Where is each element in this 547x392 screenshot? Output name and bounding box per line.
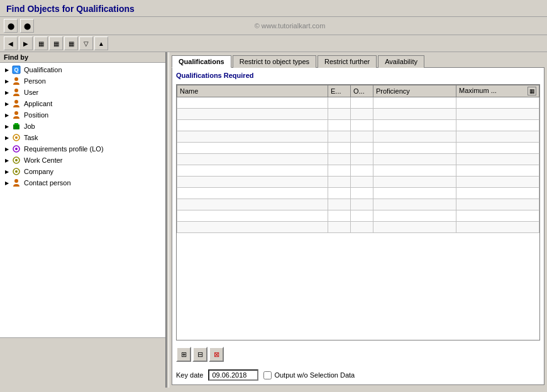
nav-back-button2[interactable]: ◀ xyxy=(4,36,18,50)
arrow-icon-task: ▶ xyxy=(5,135,9,141)
tree-item-job[interactable]: ▶Job xyxy=(0,121,165,132)
table-row xyxy=(177,188,539,199)
arrow-icon-position: ▶ xyxy=(5,112,9,118)
table-row xyxy=(177,199,539,210)
export-btn2[interactable]: ⊟ xyxy=(192,347,207,362)
svg-point-16 xyxy=(14,179,18,183)
arrow-icon-work_center: ▶ xyxy=(5,158,9,163)
btn-action2[interactable]: ▦ xyxy=(49,36,63,50)
tree-item-position[interactable]: ▶Position xyxy=(0,109,165,121)
tree-icon-work_center xyxy=(11,155,21,165)
svg-point-2 xyxy=(14,77,18,81)
table-row xyxy=(177,154,539,165)
table-row xyxy=(177,97,539,109)
col-header-name[interactable]: Name xyxy=(177,85,328,97)
export-icon1: ⊞ xyxy=(181,351,187,359)
arrow-right-icon: ▶ xyxy=(23,40,28,47)
export-btn1[interactable]: ⊞ xyxy=(176,347,191,362)
col-header-maximum[interactable]: Maximum ... ▦ xyxy=(456,85,539,97)
svg-point-13 xyxy=(15,159,18,161)
nav-forward-button2[interactable]: ▶ xyxy=(19,36,33,50)
tree-area: ▶QQualification▶Person▶User▶Applicant▶Po… xyxy=(0,63,165,337)
svg-text:Q: Q xyxy=(14,67,18,73)
tree-item-company[interactable]: ▶Company xyxy=(0,166,165,177)
arrow-icon-user: ▶ xyxy=(5,90,9,95)
table-row xyxy=(177,109,539,120)
table-row xyxy=(177,210,539,222)
tree-item-qualification[interactable]: ▶QQualification xyxy=(0,64,165,75)
output-checkbox-label: Output w/o Selection Data xyxy=(274,371,355,379)
tree-label-company: Company xyxy=(24,168,53,175)
tree-item-work_center[interactable]: ▶Work Center xyxy=(0,155,165,166)
nav-forward-button[interactable]: ⬤ xyxy=(20,19,34,33)
tree-icon-applicant xyxy=(11,99,21,109)
export-icon3: ⊠ xyxy=(214,351,219,359)
left-bottom-area xyxy=(0,337,165,388)
tab-restrict-object-types[interactable]: Restrict to object types xyxy=(233,55,316,68)
tabs-row: Qualifications Restrict to object types … xyxy=(172,55,544,67)
btn-action1[interactable]: ▦ xyxy=(34,36,48,50)
table-row xyxy=(177,222,539,233)
key-date-input[interactable] xyxy=(208,369,258,381)
tree-icon-job xyxy=(11,121,21,131)
col-header-proficiency[interactable]: Proficiency xyxy=(373,85,456,97)
key-date-label: Key date xyxy=(176,371,203,379)
bottom-toolbar: ⊞ ⊟ ⊠ xyxy=(176,344,540,363)
tab-restrict-further[interactable]: Restrict further xyxy=(318,55,377,68)
btn-filter[interactable]: ▽ xyxy=(79,36,93,50)
table-settings-icon[interactable]: ▦ xyxy=(528,87,536,95)
tree-icon-req_profile xyxy=(11,144,21,154)
export-btn3[interactable]: ⊠ xyxy=(209,347,224,362)
table-container[interactable]: Name E... O... Proficiency xyxy=(176,84,540,340)
tree-icon-user xyxy=(11,87,21,97)
tree-item-applicant[interactable]: ▶Applicant xyxy=(0,98,165,109)
tree-item-user[interactable]: ▶User xyxy=(0,87,165,98)
svg-rect-6 xyxy=(13,124,19,129)
arrow-icon-person: ▶ xyxy=(5,79,9,84)
tab-availability[interactable]: Availability xyxy=(378,55,424,68)
main-layout: Find by ▶QQualification▶Person▶User▶Appl… xyxy=(0,52,547,388)
tree-label-contact_person: Contact person xyxy=(24,179,71,187)
nav-back-icon: ⬤ xyxy=(8,23,14,30)
page-title: Find Objects for Qualifications xyxy=(6,4,135,14)
arrow-icon-qualification: ▶ xyxy=(5,67,9,73)
tree-item-person[interactable]: ▶Person xyxy=(0,75,165,87)
btn-up[interactable]: ▲ xyxy=(94,36,108,50)
right-panel: Qualifications Restrict to object types … xyxy=(169,52,547,388)
tree-label-qualification: Qualification xyxy=(24,66,62,74)
tree-label-applicant: Applicant xyxy=(24,100,52,107)
tree-item-req_profile[interactable]: ▶Requirements profile (LO) xyxy=(0,143,165,155)
tree-item-task[interactable]: ▶Task xyxy=(0,132,165,143)
table-row xyxy=(177,165,539,177)
left-panel: Find by ▶QQualification▶Person▶User▶Appl… xyxy=(0,52,167,388)
checkbox-row: Output w/o Selection Data xyxy=(263,371,355,379)
svg-point-3 xyxy=(14,89,18,92)
table-row xyxy=(177,177,539,188)
output-checkbox[interactable] xyxy=(263,371,272,379)
title-bar: Find Objects for Qualifications xyxy=(0,0,547,17)
toolbar-row2: ◀ ▶ ▦ ▦ ▦ ▽ ▲ xyxy=(0,35,547,52)
tree-label-work_center: Work Center xyxy=(24,156,63,164)
tree-icon-task xyxy=(11,133,21,143)
grid3-icon: ▦ xyxy=(69,40,74,47)
svg-point-11 xyxy=(15,148,18,150)
tree-label-req_profile: Requirements profile (LO) xyxy=(24,145,104,153)
watermark: © www.tutorialkart.com xyxy=(36,22,543,30)
toolbar-row1: ⬤ ⬤ © www.tutorialkart.com xyxy=(0,17,547,35)
svg-rect-7 xyxy=(14,123,18,125)
arrow-icon-contact_person: ▶ xyxy=(5,180,9,186)
btn-action3[interactable]: ▦ xyxy=(64,36,78,50)
table-row xyxy=(177,143,539,154)
qualifications-table: Name E... O... Proficiency xyxy=(177,85,539,233)
col-header-o[interactable]: O... xyxy=(350,85,373,97)
svg-point-15 xyxy=(15,170,18,173)
nav-back-button[interactable]: ⬤ xyxy=(4,19,18,33)
tree-item-contact_person[interactable]: ▶Contact person xyxy=(0,177,165,188)
tree-label-position: Position xyxy=(24,111,48,119)
tree-icon-company xyxy=(11,166,21,177)
col-header-e[interactable]: E... xyxy=(328,85,351,97)
tree-icon-person xyxy=(11,76,21,86)
export-icon2: ⊟ xyxy=(197,351,203,359)
tab-qualifications[interactable]: Qualifications xyxy=(172,55,231,68)
tab-content: Qualifications Required Name E... O. xyxy=(172,67,544,385)
